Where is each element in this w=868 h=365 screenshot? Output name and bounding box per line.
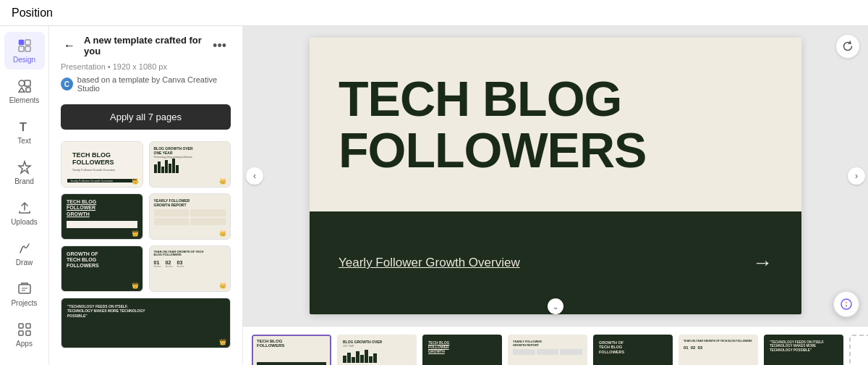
filmstrip-slide-3[interactable]: TECH BLOGFOLLOWERGROWTH 3: [422, 335, 502, 366]
main-layout: Design Elements T Text: [0, 26, 868, 365]
filmstrip-slide-6[interactable]: YEAR-ON-YEAR GROWTH OF TECH BLOG FOLLOWE…: [678, 335, 758, 366]
t4-crown-icon: 👑: [219, 230, 226, 237]
add-slide-button[interactable]: +: [849, 335, 868, 366]
svg-text:T: T: [20, 121, 27, 133]
t2-crown-icon: 👑: [219, 178, 226, 185]
sidebar-item-draw[interactable]: Draw: [4, 235, 45, 272]
more-button[interactable]: •••: [208, 37, 231, 55]
template-thumb-7[interactable]: "TECHNOLOGY FEEDS ON ITSELF.TECHNOLOGY M…: [61, 298, 231, 348]
next-arrow-icon: ›: [855, 171, 858, 181]
apps-icon: [17, 322, 33, 337]
fs6-title: YEAR-ON-YEAR GROWTH OF TECH BLOG FOLLOWE…: [684, 340, 753, 343]
svg-rect-9: [19, 285, 30, 293]
author-name: based on a template by Canva Creative St…: [77, 75, 231, 93]
sidebar-label-brand: Brand: [14, 177, 34, 185]
sidebar-item-brand[interactable]: Brand: [4, 154, 45, 191]
t1-bar-text: Yearly Follower Growth Overview: [70, 179, 113, 182]
svg-point-4: [19, 80, 25, 86]
back-arrow-icon: ←: [64, 39, 75, 52]
slide-main-title: TECH BLOG FOLLOWERS: [339, 73, 773, 177]
icon-sidebar: Design Elements T Text: [0, 26, 49, 365]
sidebar-item-elements[interactable]: Elements: [4, 72, 45, 110]
svg-rect-1: [25, 40, 30, 45]
down-arrow-icon: ⌄: [553, 303, 558, 311]
canvas-area: TECH BLOG FOLLOWERS Yearly Follower Grow…: [243, 26, 868, 365]
uploads-icon: [17, 200, 33, 216]
filmstrip-slide-1[interactable]: TECH BLOGFOLLOWERS Yearly Follower Growt…: [252, 335, 331, 366]
panel-header: ← A new template crafted for you •••: [49, 26, 242, 62]
template-thumb-5[interactable]: GROWTH OFTECH BLOGFOLLOWERS 👑: [61, 246, 143, 292]
sidebar-label-design: Design: [13, 56, 35, 64]
t6-crown-icon: 👑: [219, 282, 226, 289]
sidebar-label-text: Text: [17, 137, 30, 145]
sidebar-item-design[interactable]: Design: [4, 32, 45, 70]
canvas-container: TECH BLOG FOLLOWERS Yearly Follower Grow…: [243, 26, 868, 326]
t5-title: GROWTH OFTECH BLOGFOLLOWERS: [67, 251, 137, 269]
sidebar-item-projects[interactable]: Projects: [4, 275, 45, 313]
top-bar: Position: [0, 0, 868, 26]
filmstrip-slide-7[interactable]: "TECHNOLOGY FEEDS ON ITSELF. TECHNOLOGY …: [764, 335, 843, 366]
svg-marker-6: [19, 88, 25, 92]
t7-title: "TECHNOLOGY FEEDS ON ITSELF.TECHNOLOGY M…: [67, 304, 224, 319]
down-arrow-button[interactable]: ⌄: [548, 298, 563, 314]
t2-header: BLOG GROWTH OVERONE YEAR: [154, 146, 226, 155]
slide-top-section: TECH BLOG FOLLOWERS: [310, 38, 801, 211]
svg-rect-2: [19, 46, 24, 51]
t4-grid: [154, 209, 226, 225]
magic-button[interactable]: [833, 291, 859, 317]
filmstrip-slide-4[interactable]: YEARLY FOLLOWERGROWTH REPORT 4: [508, 335, 587, 366]
panel-meta-text: Presentation • 1920 x 1080 px: [61, 62, 231, 71]
filmstrip-slide-2[interactable]: BLOG GROWTH OVER ONE YEAR 2: [337, 335, 417, 366]
svg-rect-7: [26, 88, 30, 92]
template-scroll-area[interactable]: TECH BLOGFOLLOWERS Yearly Follower Growt…: [49, 135, 242, 365]
svg-rect-12: [19, 324, 23, 328]
apply-all-button[interactable]: Apply all 7 pages: [61, 104, 231, 130]
t4-title: YEARLY FOLLOWERGROWTH REPORT: [154, 198, 226, 207]
main-slide[interactable]: TECH BLOG FOLLOWERS Yearly Follower Grow…: [310, 38, 801, 314]
filmstrip: TECH BLOGFOLLOWERS Yearly Follower Growt…: [243, 326, 868, 365]
fs2-title: BLOG GROWTH OVER: [343, 340, 411, 344]
panel-author: C based on a template by Canva Creative …: [61, 75, 231, 93]
template-thumb-6[interactable]: YEAR-ON-YEAR GROWTH OF TECHBLOG FOLLOWER…: [149, 246, 231, 292]
position-label: Position: [12, 7, 53, 20]
fs7-text: "TECHNOLOGY FEEDS ON ITSELF. TECHNOLOGY …: [770, 340, 838, 353]
t1-bar: Yearly Follower Growth Overview: [67, 179, 137, 182]
author-avatar: C: [61, 77, 73, 91]
t3-title: TECH BLOGFOLLOWERGROWTH: [67, 199, 137, 217]
fs3-title: TECH BLOGFOLLOWERGROWTH: [428, 340, 496, 353]
elements-icon: [17, 78, 33, 94]
refresh-button[interactable]: [836, 35, 859, 58]
template-thumb-1[interactable]: TECH BLOGFOLLOWERS Yearly Follower Growt…: [61, 141, 143, 188]
t5-crown-icon: 👑: [132, 282, 139, 289]
panel-title: A new template crafted for you: [84, 35, 203, 56]
sidebar-label-draw: Draw: [16, 259, 33, 267]
filmstrip-slide-5[interactable]: GROWTH OFTECH BLOGFOLLOWERS 5: [593, 335, 673, 366]
fs1-bottom: Yearly Follower Growth Overview: [257, 362, 326, 366]
fs1-title: TECH BLOGFOLLOWERS: [257, 339, 326, 348]
sidebar-label-uploads: Uploads: [11, 218, 38, 226]
t3-bar: [67, 221, 137, 228]
design-icon: [17, 38, 33, 54]
back-button[interactable]: ←: [61, 37, 78, 54]
t1-title: TECH BLOGFOLLOWERS: [72, 152, 132, 167]
template-grid: TECH BLOGFOLLOWERS Yearly Follower Growt…: [61, 141, 231, 348]
prev-slide-button[interactable]: ‹: [246, 167, 263, 185]
text-icon: T: [17, 119, 33, 135]
sidebar-item-apps[interactable]: Apps: [4, 316, 45, 353]
svg-rect-3: [25, 46, 30, 51]
fs4-row: [513, 349, 582, 355]
fs4-title: YEARLY FOLLOWERGROWTH REPORT: [513, 340, 582, 347]
template-thumb-2[interactable]: BLOG GROWTH OVERONE YEAR Technology blog…: [149, 141, 231, 188]
svg-point-16: [841, 299, 851, 309]
template-thumb-3[interactable]: TECH BLOGFOLLOWERGROWTH 👑: [61, 193, 143, 240]
template-thumb-4[interactable]: YEARLY FOLLOWERGROWTH REPORT 👑: [149, 193, 231, 240]
sidebar-item-text[interactable]: T Text: [4, 113, 45, 151]
t1-sub: Yearly Follower Growth Overview: [72, 168, 132, 172]
next-slide-button[interactable]: ›: [848, 167, 865, 185]
slide-arrow-icon: →: [752, 251, 773, 274]
sidebar-label-projects: Projects: [11, 299, 37, 307]
sidebar-item-uploads[interactable]: Uploads: [4, 194, 45, 232]
svg-rect-0: [19, 40, 24, 45]
prev-arrow-icon: ‹: [253, 171, 256, 181]
svg-rect-15: [26, 331, 30, 335]
